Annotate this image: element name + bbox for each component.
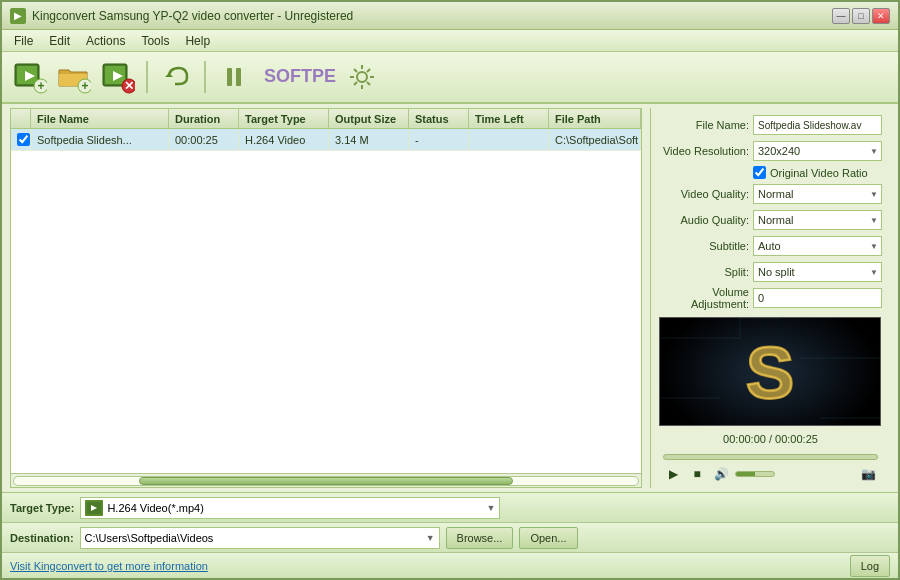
video-quality-row: Video Quality: Normal: [659, 183, 882, 205]
col-filepath-header[interactable]: File Path: [549, 109, 641, 128]
col-target-header[interactable]: Target Type: [239, 109, 329, 128]
file-list-area: File Name Duration Target Type Output Si…: [10, 108, 642, 488]
window-controls: — □ ✕: [832, 8, 890, 24]
original-ratio-checkbox[interactable]: [753, 166, 766, 179]
target-type-dropdown[interactable]: H.264 Video(*.mp4): [80, 497, 500, 519]
resolution-field-row: Video Resolution: 320x240: [659, 140, 882, 162]
col-check-header: [11, 109, 31, 128]
menu-actions[interactable]: Actions: [78, 32, 133, 50]
col-duration-header[interactable]: Duration: [169, 109, 239, 128]
softpedia-badge: SOFTPEDIA: [258, 57, 338, 97]
svg-point-16: [357, 72, 367, 82]
audio-quality-dropdown[interactable]: Normal: [753, 210, 882, 230]
volume-input[interactable]: 0: [753, 288, 882, 308]
browse-button[interactable]: Browse...: [446, 527, 514, 549]
add-folder-button[interactable]: +: [54, 57, 94, 97]
resolution-dropdown[interactable]: 320x240: [753, 141, 882, 161]
remove-button[interactable]: ✕: [98, 57, 138, 97]
target-type-label: Target Type:: [10, 502, 74, 514]
preview-overlay: S S S SOFTPEDIA: [660, 318, 880, 425]
undo-button[interactable]: [156, 57, 196, 97]
file-list-body: Softpedia Slidesh... 00:00:25 H.264 Vide…: [11, 129, 641, 473]
table-row[interactable]: Softpedia Slidesh... 00:00:25 H.264 Vide…: [11, 129, 641, 151]
row-file-path: C:\Softpedia\Soft: [549, 129, 641, 150]
video-quality-dropdown[interactable]: Normal: [753, 184, 882, 204]
svg-text:S: S: [746, 333, 794, 413]
split-dropdown[interactable]: No split: [753, 262, 882, 282]
status-link[interactable]: Visit Kingconvert to get more informatio…: [10, 560, 208, 572]
settings-button[interactable]: [342, 57, 382, 97]
volume-slider[interactable]: [735, 471, 775, 477]
dest-dropdown-arrow[interactable]: ▼: [426, 533, 435, 543]
filename-value: Softpedia Slideshow.av: [753, 115, 882, 135]
volume-icon-btn[interactable]: 🔊: [711, 466, 731, 482]
audio-quality-label: Audio Quality:: [659, 214, 749, 226]
destination-input[interactable]: C:\Users\Softpedia\Videos ▼: [80, 527, 440, 549]
filename-field-row: File Name: Softpedia Slideshow.av: [659, 114, 882, 136]
filename-label: File Name:: [659, 119, 749, 131]
subtitle-dropdown[interactable]: Auto: [753, 236, 882, 256]
add-video-button[interactable]: +: [10, 57, 50, 97]
list-header: File Name Duration Target Type Output Si…: [11, 109, 641, 129]
volume-label: Volume Adjustment:: [659, 286, 749, 310]
menu-tools[interactable]: Tools: [133, 32, 177, 50]
subtitle-label: Subtitle:: [659, 240, 749, 252]
player-progress-bar[interactable]: [663, 454, 878, 460]
col-status-header[interactable]: Status: [409, 109, 469, 128]
target-type-value: H.264 Video(*.mp4): [107, 502, 495, 514]
svg-text:✕: ✕: [124, 79, 134, 93]
video-quality-label: Video Quality:: [659, 188, 749, 200]
svg-text:SOFTPEDIA: SOFTPEDIA: [264, 66, 336, 86]
scrollbar-thumb[interactable]: [139, 477, 513, 485]
menu-help[interactable]: Help: [177, 32, 218, 50]
destination-label: Destination:: [10, 532, 74, 544]
row-filename: Softpedia Slidesh...: [31, 129, 169, 150]
window-title: Kingconvert Samsung YP-Q2 video converte…: [32, 9, 832, 23]
destination-bar: Destination: C:\Users\Softpedia\Videos ▼…: [2, 522, 898, 552]
video-preview: S S S SOFTPEDIA: [659, 317, 881, 426]
split-label: Split:: [659, 266, 749, 278]
target-type-icon: [85, 500, 103, 516]
title-bar: ▶ Kingconvert Samsung YP-Q2 video conver…: [2, 2, 898, 30]
svg-rect-13: [227, 68, 232, 86]
play-button[interactable]: ▶: [663, 466, 683, 482]
toolbar-sep-2: [204, 61, 206, 93]
player-time-text: 00:00:00 / 00:00:25: [723, 433, 818, 445]
scrollbar-track[interactable]: [13, 476, 639, 486]
open-button[interactable]: Open...: [519, 527, 577, 549]
screenshot-button[interactable]: 📷: [858, 466, 878, 482]
close-button[interactable]: ✕: [872, 8, 890, 24]
svg-line-24: [354, 82, 357, 85]
col-filename-header[interactable]: File Name: [31, 109, 169, 128]
stop-button[interactable]: ■: [687, 466, 707, 482]
left-section: File Name Duration Target Type Output Si…: [2, 104, 646, 492]
row-check-input[interactable]: [17, 133, 30, 146]
row-target-type: H.264 Video: [239, 129, 329, 150]
svg-line-21: [354, 69, 357, 72]
preview-image: S S S SOFTPEDIA: [660, 317, 880, 426]
row-duration: 00:00:25: [169, 129, 239, 150]
row-time-left: [469, 129, 549, 150]
maximize-button[interactable]: □: [852, 8, 870, 24]
menu-file[interactable]: File: [6, 32, 41, 50]
destination-value: C:\Users\Softpedia\Videos: [85, 532, 422, 544]
pause-button[interactable]: [214, 57, 254, 97]
col-timeleft-header[interactable]: Time Left: [469, 109, 549, 128]
row-checkbox[interactable]: [11, 129, 31, 150]
target-type-bar: Target Type: H.264 Video(*.mp4): [2, 492, 898, 522]
original-ratio-row: Original Video Ratio: [753, 166, 882, 179]
col-output-header[interactable]: Output Size: [329, 109, 409, 128]
resolution-label: Video Resolution:: [659, 145, 749, 157]
svg-marker-12: [165, 73, 173, 77]
menu-edit[interactable]: Edit: [41, 32, 78, 50]
player-time-display: 00:00:00 / 00:00:25: [659, 430, 882, 448]
original-ratio-label: Original Video Ratio: [770, 167, 868, 179]
volume-row: Volume Adjustment: 0: [659, 287, 882, 309]
svg-line-23: [367, 69, 370, 72]
minimize-button[interactable]: —: [832, 8, 850, 24]
log-button[interactable]: Log: [850, 555, 890, 577]
app-window: ▶ Kingconvert Samsung YP-Q2 video conver…: [0, 0, 900, 580]
svg-line-22: [367, 82, 370, 85]
list-scrollbar[interactable]: [11, 473, 641, 487]
svg-rect-14: [236, 68, 241, 86]
